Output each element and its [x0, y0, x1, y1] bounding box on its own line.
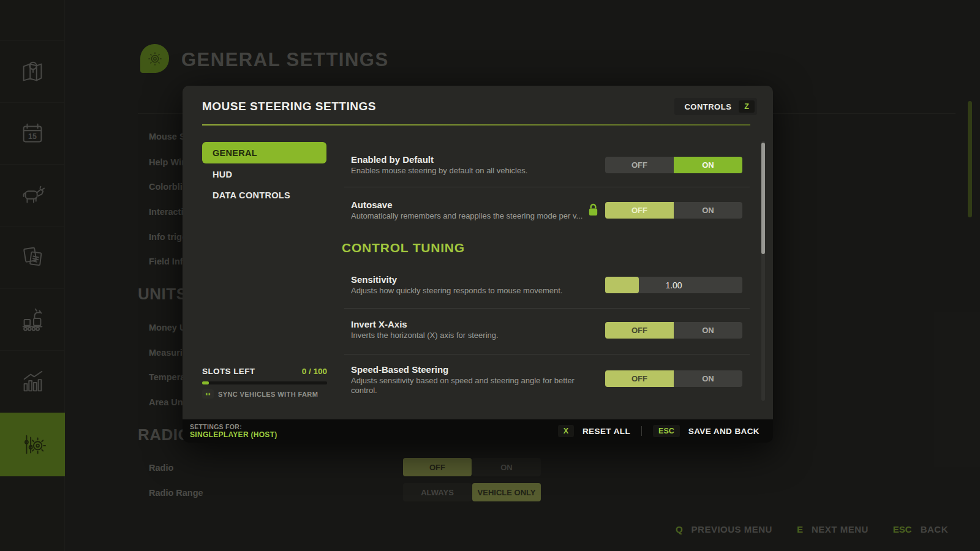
setting-desc-enabled-by-default: Enables mouse steering by default on all… — [351, 166, 527, 176]
setting-desc-speed-based-steering: Adjusts sensitivity based on speed and s… — [351, 376, 590, 395]
toggle-off-button[interactable]: OFF — [605, 157, 674, 173]
controls-keycap: Z — [739, 100, 755, 113]
dialog-body: MOUSE STEERING SETTINGS CONTROLS Z GENER… — [183, 86, 773, 419]
setting-label-sensitivity: Sensitivity — [351, 274, 397, 285]
row-divider — [344, 354, 750, 354]
setting-label-invert-x-axis: Invert X-Axis — [351, 319, 407, 329]
slots-left-value: 0 / 100 — [202, 367, 327, 376]
footer-separator — [641, 426, 642, 436]
toggle-off-button[interactable]: OFF — [605, 322, 674, 339]
footer-actions: X RESET ALL ESC SAVE AND BACK — [558, 425, 760, 437]
toggle-on-button[interactable]: ON — [674, 157, 742, 173]
dialog-footer: SETTINGS FOR: SINGLEPLAYER (HOST) X RESE… — [183, 419, 773, 443]
setting-label-autosave: Autosave — [351, 200, 393, 210]
setting-desc-autosave: Automatically remembers and reapplies th… — [351, 211, 582, 221]
toggle-invert-x-axis: OFF ON — [605, 322, 742, 339]
tab-general[interactable]: GENERAL — [202, 142, 326, 163]
tab-hud[interactable]: HUD — [202, 163, 326, 185]
dialog-scrollbar-thumb[interactable] — [761, 143, 765, 254]
sync-vehicles-label: SYNC VEHICLES WITH FARM — [218, 391, 318, 398]
toggle-enabled-by-default: OFF ON — [605, 157, 742, 173]
dialog-title: MOUSE STEERING SETTINGS — [202, 100, 376, 113]
save-and-back-button[interactable]: SAVE AND BACK — [688, 427, 760, 436]
toggle-on-button[interactable]: ON — [674, 370, 742, 387]
setting-label-enabled-by-default: Enabled by Default — [351, 154, 434, 165]
toggle-off-button[interactable]: OFF — [605, 370, 674, 387]
row-divider — [344, 187, 750, 187]
screen: 15 — [0, 0, 980, 551]
lock-icon — [587, 203, 599, 217]
sync-icon: ↔ — [202, 389, 214, 399]
toggle-autosave: OFF ON — [605, 202, 742, 219]
setting-desc-sensitivity: Adjusts how quickly steering responds to… — [351, 286, 562, 296]
toggle-speed-based-steering: OFF ON — [605, 370, 742, 387]
sensitivity-value: 1.00 — [605, 277, 742, 293]
controls-button[interactable]: CONTROLS Z — [674, 98, 757, 115]
row-divider — [344, 308, 750, 309]
settings-for: SETTINGS FOR: SINGLEPLAYER (HOST) — [190, 423, 277, 439]
reset-all-button[interactable]: RESET ALL — [582, 427, 630, 436]
controls-button-label: CONTROLS — [684, 102, 731, 111]
slots-progress-fill — [202, 381, 209, 384]
sensitivity-slider[interactable]: 1.00 — [605, 277, 742, 293]
toggle-on-button[interactable]: ON — [674, 202, 742, 219]
slots-progress-bar — [202, 381, 327, 384]
reset-keycap: X — [558, 425, 574, 437]
settings-for-value: SINGLEPLAYER (HOST) — [190, 431, 277, 439]
toggle-on-button[interactable]: ON — [674, 322, 742, 339]
title-underline — [202, 124, 750, 126]
save-keycap: ESC — [653, 425, 680, 437]
tab-data-controls[interactable]: DATA CONTROLS — [202, 184, 326, 206]
section-heading-control-tuning: CONTROL TUNING — [342, 241, 465, 255]
setting-desc-invert-x-axis: Inverts the horizontal (X) axis for stee… — [351, 331, 499, 340]
mouse-steering-settings-dialog: MOUSE STEERING SETTINGS CONTROLS Z GENER… — [183, 86, 773, 443]
setting-label-speed-based-steering: Speed-Based Steering — [351, 364, 448, 375]
toggle-off-button[interactable]: OFF — [605, 202, 674, 219]
